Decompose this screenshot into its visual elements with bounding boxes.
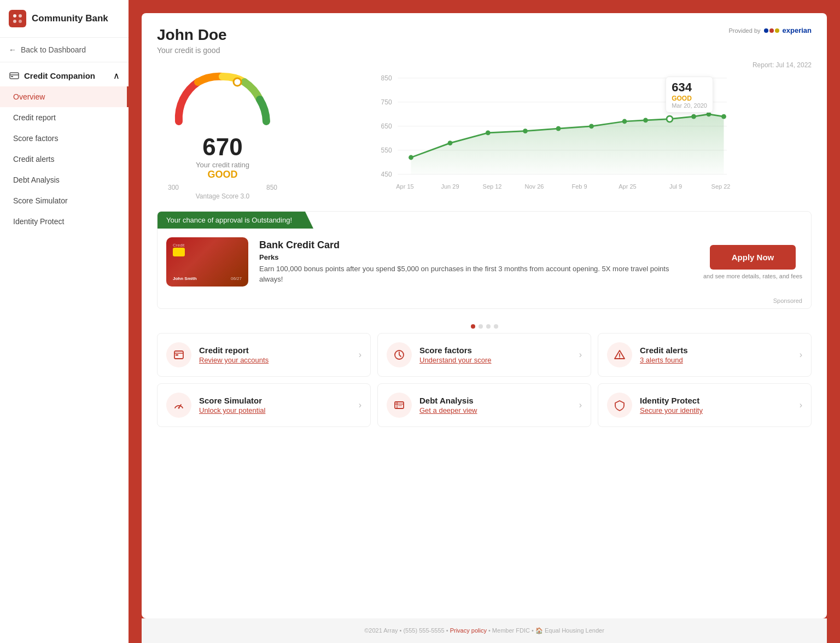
- svg-point-18: [409, 155, 413, 160]
- svg-point-20: [486, 131, 491, 136]
- chevron-right-icon: ›: [579, 350, 582, 360]
- footer: ©2021 Array • (555) 555-5555 • Privacy p…: [142, 618, 827, 643]
- card-label: Credit: [173, 243, 242, 248]
- identity-protect-icon: [607, 393, 632, 418]
- sidebar-item-score-factors[interactable]: Score factors: [0, 128, 129, 149]
- privacy-policy-link[interactable]: Privacy policy: [450, 627, 487, 634]
- main-content: John Doe Your credit is good Provided by…: [129, 0, 840, 643]
- carousel-dot-3[interactable]: [486, 324, 491, 329]
- svg-point-19: [448, 141, 453, 145]
- svg-rect-6: [11, 76, 13, 77]
- svg-text:750: 750: [381, 98, 392, 106]
- back-label: Back to Dashboard: [21, 45, 86, 54]
- quick-link-score-factors[interactable]: Score factors Understand your score ›: [377, 333, 591, 377]
- gauge-container: 670 Your credit rating GOOD 300 850 Vant…: [157, 61, 288, 200]
- quick-link-credit-alerts[interactable]: Credit alerts 3 alerts found ›: [598, 333, 812, 377]
- quick-link-credit-report[interactable]: Credit report Review your accounts ›: [157, 333, 371, 377]
- user-info: John Doe Your credit is good: [157, 26, 227, 55]
- svg-text:Feb 9: Feb 9: [571, 183, 587, 190]
- svg-text:Jul 9: Jul 9: [669, 183, 682, 190]
- sidebar-item-identity-protect[interactable]: Identity Protect: [0, 211, 129, 232]
- svg-point-21: [523, 128, 528, 133]
- section-label: Credit Companion: [24, 71, 95, 80]
- promo-cta: Apply Now and see more details, rates, a…: [703, 245, 802, 279]
- chevron-right-icon: ›: [800, 350, 802, 360]
- svg-point-25: [643, 118, 648, 122]
- card-chip: [173, 248, 185, 256]
- ql-sub: Secure your identity: [640, 406, 792, 414]
- back-arrow-icon: ←: [9, 45, 16, 54]
- card-name: John Smith: [173, 276, 197, 281]
- ql-title: Score factors: [419, 346, 571, 355]
- quick-link-score-simulator[interactable]: Score Simulator Unlock your potential ›: [157, 383, 371, 427]
- sponsored-label: Sponsored: [158, 295, 811, 308]
- chart-callout: 634 GOOD Mar 20, 2020: [666, 77, 713, 113]
- ql-sub: Get a deeper view: [419, 406, 571, 414]
- ql-title: Identity Protect: [640, 396, 792, 405]
- sidebar-item-overview[interactable]: Overview: [0, 86, 129, 107]
- svg-point-2: [13, 20, 16, 23]
- carousel-dot-4[interactable]: [494, 324, 498, 329]
- gauge-range: 300 850: [168, 184, 277, 191]
- quick-link-identity-protect[interactable]: Identity Protect Secure your identity ›: [598, 383, 812, 427]
- score-factors-icon: [387, 342, 412, 367]
- svg-point-26: [667, 116, 673, 122]
- experian-logo: experian: [764, 26, 812, 34]
- bank-name: Community Bank: [32, 13, 108, 24]
- footer-text: ©2021 Array • (555) 555-5555 • Privacy p…: [364, 627, 604, 634]
- back-to-dashboard[interactable]: ← Back to Dashboard: [0, 38, 129, 62]
- svg-rect-40: [176, 354, 178, 356]
- collapse-icon[interactable]: ∧: [113, 71, 120, 81]
- svg-text:550: 550: [381, 147, 392, 154]
- svg-point-24: [622, 119, 627, 124]
- debt-analysis-text: Debt Analysis Get a deeper view: [419, 396, 571, 414]
- score-factors-text: Score factors Understand your score: [419, 346, 571, 364]
- sidebar-item-debt-analysis[interactable]: Debt Analysis: [0, 169, 129, 190]
- credit-card-image: Credit John Smith 06/27: [166, 237, 248, 287]
- credit-report-text: Credit report Review your accounts: [199, 346, 351, 364]
- sidebar-item-credit-alerts[interactable]: Credit alerts: [0, 149, 129, 169]
- svg-point-43: [619, 358, 620, 359]
- score-simulator-icon: [166, 393, 191, 418]
- carousel-dot-1[interactable]: [471, 324, 475, 329]
- debt-analysis-icon: [387, 393, 412, 418]
- identity-protect-text: Identity Protect Secure your identity: [640, 396, 792, 414]
- credit-companion-icon: [9, 70, 20, 81]
- exp-dot-red: [769, 28, 774, 33]
- chevron-right-icon: ›: [359, 350, 361, 360]
- content-card: John Doe Your credit is good Provided by…: [142, 13, 827, 618]
- sidebar-item-credit-report[interactable]: Credit report: [0, 107, 129, 128]
- svg-text:Sep 22: Sep 22: [711, 183, 731, 190]
- credit-alerts-text: Credit alerts 3 alerts found: [640, 346, 792, 364]
- ql-sub: Unlock your potential: [199, 406, 351, 414]
- callout-status: GOOD: [672, 95, 707, 102]
- gauge-min: 300: [168, 184, 179, 191]
- svg-text:Apr 25: Apr 25: [619, 183, 636, 190]
- svg-rect-4: [10, 73, 19, 79]
- svg-point-3: [19, 20, 22, 23]
- score-simulator-text: Score Simulator Unlock your potential: [199, 396, 351, 414]
- gauge-label: Your credit rating: [196, 161, 249, 169]
- gauge-needle-dot: [234, 78, 241, 86]
- chevron-right-icon: ›: [579, 400, 582, 410]
- svg-text:850: 850: [381, 74, 392, 82]
- svg-text:Apr 15: Apr 15: [396, 183, 413, 190]
- promo-content: Credit John Smith 06/27 Bank Credit Card…: [158, 229, 811, 295]
- carousel-dots: [142, 320, 827, 333]
- content-header: John Doe Your credit is good Provided by…: [142, 13, 827, 61]
- promo-banner: Your chance of approval is Outstanding!: [158, 212, 322, 229]
- chevron-right-icon: ›: [800, 400, 802, 410]
- exp-dot-blue: [764, 28, 768, 33]
- experian-badge: Provided by experian: [728, 26, 812, 34]
- apply-now-button[interactable]: Apply Now: [710, 245, 796, 270]
- experian-text: experian: [783, 26, 812, 34]
- svg-point-22: [556, 126, 561, 131]
- quick-link-debt-analysis[interactable]: Debt Analysis Get a deeper view ›: [377, 383, 591, 427]
- carousel-dot-2[interactable]: [479, 324, 483, 329]
- svg-text:650: 650: [381, 122, 392, 130]
- svg-point-1: [19, 14, 22, 17]
- exp-dot-yellow: [775, 28, 779, 33]
- chevron-right-icon: ›: [359, 400, 361, 410]
- sidebar-item-score-simulator[interactable]: Score Simulator: [0, 190, 129, 211]
- ql-title: Credit alerts: [640, 346, 792, 355]
